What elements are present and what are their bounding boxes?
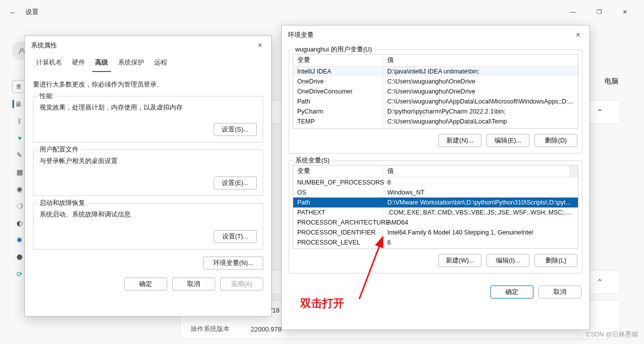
- scrollbar[interactable]: [569, 166, 578, 177]
- var-value: 8: [383, 178, 578, 188]
- table-row[interactable]: NUMBER_OF_PROCESSORS8: [293, 178, 578, 188]
- table-row[interactable]: OneDriveConsumerC:\Users\wuguanghui\OneD…: [293, 86, 578, 96]
- startup-desc: 系统启动、系统故障和调试信息: [40, 208, 257, 226]
- table-row[interactable]: PROCESSOR_LEVEL6: [293, 238, 578, 248]
- table-row[interactable]: PROCESSOR_REVISION8c01: [293, 248, 578, 249]
- pc-label: 电脑: [604, 77, 618, 86]
- var-value: C:\Users\wuguanghui\AppData\Local\Temp: [383, 116, 578, 126]
- tab-remote[interactable]: 远程: [151, 55, 170, 72]
- os-ver-key: 操作系统版本: [191, 324, 251, 334]
- user-new-button[interactable]: 新建(N)...: [438, 134, 481, 147]
- user-edit-button[interactable]: 编辑(E)...: [486, 134, 529, 147]
- startup-settings-button[interactable]: 设置(T)...: [214, 230, 257, 243]
- startup-group: 启动和故障恢复 系统启动、系统故障和调试信息 设置(T)...: [33, 203, 263, 250]
- var-name: PROCESSOR_REVISION: [293, 248, 383, 249]
- ok-button[interactable]: 确定: [490, 286, 533, 298]
- var-name: OneDriveConsumer: [293, 86, 383, 96]
- user-vars-table[interactable]: 变量 值 IntelliJ IDEAD:\java\intelliJ IDEA …: [293, 54, 578, 129]
- system-vars-table[interactable]: 变量 值 NUMBER_OF_PROCESSORS8OSWindows_NTPa…: [293, 165, 578, 249]
- var-value: 6: [383, 238, 578, 248]
- profile-desc: 与登录帐户相关的桌面设置: [40, 154, 257, 172]
- dialog-title: 系统属性: [31, 41, 57, 50]
- system-icon[interactable]: 🖥: [13, 100, 22, 108]
- accounts-icon[interactable]: ◉: [15, 185, 24, 193]
- gaming-icon[interactable]: ◐: [15, 219, 24, 227]
- table-row[interactable]: TEMPC:\Users\wuguanghui\AppData\Local\Te…: [293, 116, 578, 126]
- profile-group: 用户配置文件 与登录帐户相关的桌面设置 设置(E)...: [33, 150, 263, 196]
- table-row[interactable]: PATHEXT.COM;.EXE;.BAT;.CMD;.VBS;.VBE;.JS…: [293, 208, 578, 218]
- col-name-header[interactable]: 变量: [293, 54, 383, 66]
- apply-button[interactable]: 应用(A): [220, 278, 263, 290]
- user-vars-panel: wuguanghui 的用户变量(U) 变量 值 IntelliJ IDEAD:…: [289, 50, 582, 154]
- update-icon[interactable]: ⟳: [15, 270, 24, 278]
- profile-settings-button[interactable]: 设置(E)...: [214, 176, 257, 190]
- table-row[interactable]: PathD:\VMware Workstation\bin\;D:\python…: [293, 198, 578, 208]
- close-icon[interactable]: ✕: [617, 6, 633, 18]
- tab-computername[interactable]: 计算机名: [33, 55, 65, 72]
- table-row[interactable]: PathC:\Users\wuguanghui\AppData\Local\Mi…: [293, 96, 578, 106]
- table-row[interactable]: TMPC:\Users\wuguanghui\AppData\Local\Tem…: [293, 126, 578, 129]
- var-name: PROCESSOR_LEVEL: [293, 238, 383, 248]
- close-icon[interactable]: ×: [255, 40, 265, 51]
- back-icon[interactable]: ←: [4, 5, 22, 20]
- group-legend: 性能: [38, 92, 55, 100]
- var-value: C:\Users\wuguanghui\OneDrive: [383, 76, 578, 86]
- var-name: NUMBER_OF_PROCESSORS: [293, 178, 383, 188]
- annotation-text: 双击打开: [300, 296, 344, 311]
- table-row[interactable]: OSWindows_NT: [293, 188, 578, 198]
- var-value: D:\VMware Workstation\bin\;D:\python\Pyt…: [383, 198, 578, 208]
- var-name: TEMP: [293, 116, 383, 126]
- table-row[interactable]: PROCESSOR_IDENTIFIERIntel64 Family 6 Mod…: [293, 228, 578, 238]
- bluetooth-icon[interactable]: ᛒ: [15, 117, 24, 125]
- network-icon[interactable]: ▾: [15, 134, 24, 142]
- time-icon[interactable]: ❍: [15, 202, 24, 210]
- table-row[interactable]: OneDriveC:\Users\wuguanghui\OneDrive: [293, 76, 578, 86]
- var-value: Intel64 Family 6 Model 140 Stepping 1, G…: [383, 228, 578, 238]
- var-name: OneDrive: [293, 76, 383, 86]
- accessibility-icon[interactable]: ✱: [15, 236, 24, 244]
- sys-new-button[interactable]: 新建(W)...: [438, 254, 481, 267]
- var-name: Path: [293, 96, 383, 106]
- var-value: C:\Users\wuguanghui\OneDrive: [383, 86, 578, 96]
- var-value: D:\python\pycharm\PyCharm 2022.2.1\bin;: [383, 106, 578, 116]
- group-legend: 用户配置文件: [38, 146, 81, 154]
- panel-legend: wuguanghui 的用户变量(U): [293, 46, 374, 54]
- personalize-icon[interactable]: ✎: [15, 151, 24, 159]
- table-row[interactable]: PROCESSOR_ARCHITECTUREAMD64: [293, 218, 578, 228]
- tab-hardware[interactable]: 硬件: [69, 55, 88, 72]
- minimize-icon[interactable]: —: [565, 6, 581, 18]
- env-vars-dialog: 环境变量 × wuguanghui 的用户变量(U) 变量 值 IntelliJ…: [281, 25, 590, 330]
- cancel-button[interactable]: 取消: [172, 278, 215, 290]
- var-value: Windows_NT: [383, 188, 578, 198]
- tab-advanced[interactable]: 高级: [92, 55, 111, 72]
- table-row[interactable]: PyCharmD:\python\pycharm\PyCharm 2022.2.…: [293, 106, 578, 116]
- system-properties-dialog: 系统属性 × 计算机名 硬件 高级 系统保护 远程 要进行大多数更改，你必须作为…: [25, 36, 272, 316]
- cancel-button[interactable]: 取消: [538, 286, 581, 298]
- tab-protect[interactable]: 系统保护: [115, 55, 147, 72]
- panel-legend: 系统变量(S): [293, 156, 332, 165]
- apps-icon[interactable]: ▦: [15, 168, 24, 176]
- col-name-header[interactable]: 变量: [293, 166, 383, 177]
- sys-edit-button[interactable]: 编辑(I)...: [486, 254, 529, 267]
- var-name: PATHEXT: [293, 208, 383, 218]
- col-value-header[interactable]: 值: [383, 166, 569, 177]
- sys-delete-button[interactable]: 删除(L): [534, 254, 577, 267]
- col-value-header[interactable]: 值: [383, 54, 578, 66]
- close-icon[interactable]: ×: [573, 30, 583, 40]
- var-value: D:\java\intelliJ IDEA untimate\bin;: [383, 66, 578, 76]
- maximize-icon[interactable]: ❐: [591, 6, 607, 18]
- var-name: TMP: [293, 126, 383, 129]
- ok-button[interactable]: 确定: [124, 278, 167, 290]
- table-row[interactable]: IntelliJ IDEAD:\java\intelliJ IDEA untim…: [293, 66, 578, 76]
- dialog-title: 环境变量: [288, 30, 314, 40]
- env-vars-button[interactable]: 环境变量(N)...: [203, 256, 263, 270]
- privacy-icon[interactable]: ⬣: [15, 253, 24, 261]
- group-legend: 启动和故障恢复: [38, 199, 87, 208]
- performance-settings-button[interactable]: 设置(S)...: [214, 123, 257, 136]
- performance-desc: 视觉效果，处理器计划，内存使用，以及虚拟内存: [40, 100, 257, 119]
- titlebar: ← 设置 — ❐ ✕: [0, 0, 644, 24]
- watermark: CSDN @旧林墨烟: [586, 330, 638, 339]
- user-delete-button[interactable]: 删除(D): [534, 134, 577, 147]
- chevron-up-icon: ⌃: [588, 108, 611, 117]
- var-value: C:\Users\wuguanghui\AppData\Local\Temp: [383, 126, 578, 129]
